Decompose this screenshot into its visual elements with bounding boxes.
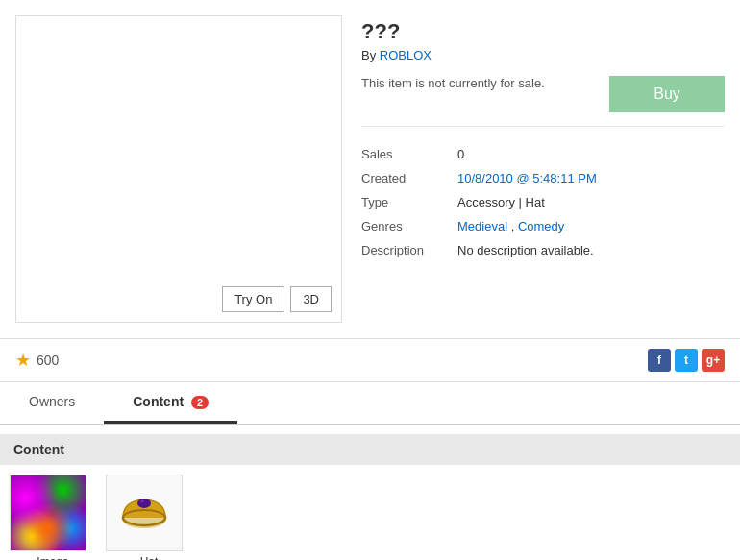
- item-title: ???: [361, 19, 725, 44]
- content-header: Content: [0, 434, 740, 465]
- tab-content-label: Content: [133, 394, 184, 409]
- genre-separator: ,: [511, 219, 518, 233]
- genres-value: Medieval , Comedy: [457, 214, 725, 238]
- svg-point-4: [140, 500, 144, 503]
- type-value: Accessory | Hat: [457, 190, 725, 214]
- description-value: No description available.: [457, 238, 725, 262]
- facebook-icon[interactable]: f: [648, 349, 671, 372]
- author-link[interactable]: ROBLOX: [380, 48, 432, 62]
- content-image-label: Image: [10, 555, 96, 560]
- colorful-image: [11, 475, 86, 551]
- genres-label: Genres: [361, 214, 457, 238]
- genre2-link[interactable]: Comedy: [518, 219, 564, 233]
- tab-owners[interactable]: Owners: [0, 382, 104, 424]
- buy-button[interactable]: Buy: [609, 76, 725, 112]
- googleplus-icon[interactable]: g+: [702, 349, 725, 372]
- twitter-icon[interactable]: t: [675, 349, 698, 372]
- tab-owners-label: Owners: [29, 394, 75, 409]
- content-item-hat[interactable]: Hat: [106, 475, 192, 560]
- main-content: Try On 3D ??? By ROBLOX This item is not…: [0, 0, 740, 339]
- item-details: ??? By ROBLOX This item is not currently…: [361, 15, 725, 323]
- svg-point-3: [137, 499, 151, 508]
- try-on-button[interactable]: Try On: [222, 286, 284, 312]
- type-label: Type: [361, 190, 457, 214]
- created-label: Created: [361, 166, 457, 190]
- type-row: Type Accessory | Hat: [361, 190, 725, 214]
- description-label: Description: [361, 238, 457, 262]
- genre1-link[interactable]: Medieval: [457, 219, 507, 233]
- sales-value: 0: [457, 142, 725, 166]
- content-item-image[interactable]: Image: [10, 475, 96, 560]
- tabs-row: Owners Content 2: [0, 382, 740, 425]
- content-hat-label: Hat: [106, 555, 192, 560]
- ring-image-container: [107, 475, 182, 551]
- social-icons: f t g+: [648, 349, 725, 372]
- tab-content[interactable]: Content 2: [104, 382, 237, 424]
- favorites-row: ★ 600 f t g+: [0, 339, 740, 382]
- preview-buttons: Try On 3D: [222, 286, 332, 312]
- details-table: Sales 0 Created 10/8/2010 @ 5:48:11 PM T…: [361, 142, 725, 262]
- created-value: 10/8/2010 @ 5:48:11 PM: [457, 166, 725, 190]
- sale-notice: This item is not currently for sale.: [361, 76, 545, 90]
- content-badge: 2: [191, 396, 209, 409]
- content-image-preview: [10, 475, 86, 551]
- content-items: Image Hat: [0, 475, 740, 560]
- three-d-button[interactable]: 3D: [290, 286, 332, 312]
- sales-label: Sales: [361, 142, 457, 166]
- genres-row: Genres Medieval , Comedy: [361, 214, 725, 238]
- description-row: Description No description available.: [361, 238, 725, 262]
- favorites-count: 600: [37, 353, 59, 368]
- favorites-left: ★ 600: [15, 350, 59, 371]
- star-icon[interactable]: ★: [15, 350, 31, 371]
- item-preview: Try On 3D: [15, 15, 342, 323]
- content-hat-preview: [106, 475, 183, 551]
- ring-svg: [115, 484, 173, 542]
- author-prefix: By: [361, 48, 376, 62]
- created-row: Created 10/8/2010 @ 5:48:11 PM: [361, 166, 725, 190]
- content-section: Content Image: [0, 425, 740, 560]
- sales-row: Sales 0: [361, 142, 725, 166]
- item-author: By ROBLOX: [361, 48, 725, 62]
